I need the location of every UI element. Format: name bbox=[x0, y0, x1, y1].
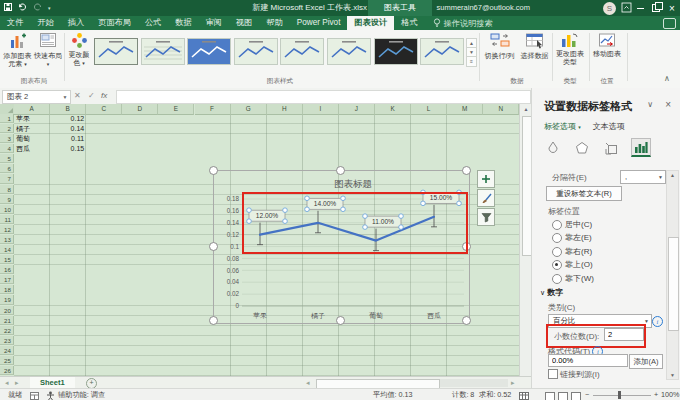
undo-icon[interactable] bbox=[18, 3, 27, 13]
select-data-button[interactable]: 选择数据 bbox=[518, 32, 551, 60]
chart-selection-handle-1[interactable] bbox=[209, 166, 218, 175]
chart-style-thumb-7[interactable] bbox=[374, 38, 418, 65]
accessibility-status[interactable]: 辅助功能: 调查 bbox=[58, 389, 105, 400]
tab-text-options[interactable]: 文本选项 bbox=[593, 121, 625, 132]
qat-customize-icon[interactable]: ▾ bbox=[48, 5, 51, 11]
row-header-13[interactable]: 13 bbox=[0, 235, 14, 244]
row-header-23[interactable]: 23 bbox=[0, 336, 14, 345]
zoom-out-button[interactable]: − bbox=[585, 389, 589, 400]
chart-style-thumb-5[interactable] bbox=[280, 38, 324, 65]
row-header-15[interactable]: 15 bbox=[0, 255, 14, 264]
view-shortcuts-icon[interactable] bbox=[519, 392, 529, 400]
chart-style-thumb-1[interactable] bbox=[94, 38, 138, 65]
chart-style-thumb-4[interactable] bbox=[234, 38, 278, 65]
chart-style-thumb-2[interactable] bbox=[141, 38, 185, 65]
page-break-view-button[interactable] bbox=[571, 392, 581, 400]
cell-B2[interactable]: 0.14 bbox=[50, 124, 84, 134]
scroll-up-icon[interactable]: ▲ bbox=[520, 104, 531, 114]
row-header-26[interactable]: 26 bbox=[0, 366, 14, 375]
cell-B4[interactable]: 0.15 bbox=[50, 144, 84, 154]
chart-style-thumb-3[interactable] bbox=[187, 38, 231, 65]
tab-审阅[interactable]: 审阅 bbox=[199, 16, 229, 30]
column-header-F[interactable]: F bbox=[195, 104, 231, 115]
row-header-3[interactable]: 3 bbox=[0, 134, 14, 143]
switch-row-column-button[interactable]: 切换行/列 bbox=[482, 32, 517, 60]
row-header-12[interactable]: 12 bbox=[0, 225, 14, 234]
row-header-17[interactable]: 17 bbox=[0, 275, 14, 284]
add-format-button[interactable]: 添加(A) bbox=[629, 354, 663, 369]
row-header-21[interactable]: 21 bbox=[0, 316, 14, 325]
tab-Power Pivot[interactable]: Power Pivot bbox=[290, 16, 348, 30]
tab-插入[interactable]: 插入 bbox=[61, 16, 91, 30]
pane-scroll-up-icon[interactable]: ▲ bbox=[667, 172, 678, 178]
tab-label-options[interactable]: 标签选项 ▾ bbox=[544, 121, 581, 132]
move-chart-button[interactable]: 移动图表 bbox=[591, 32, 623, 58]
row-header-4[interactable]: 4 bbox=[0, 144, 14, 153]
zoom-percent[interactable]: 100% bbox=[661, 389, 679, 400]
chart-selection-handle-4[interactable] bbox=[209, 242, 218, 251]
column-header-J[interactable]: J bbox=[339, 104, 375, 115]
pane-close-icon[interactable]: × bbox=[665, 99, 671, 110]
zoom-slider-thumb[interactable] bbox=[618, 391, 621, 399]
horizontal-scrollbar[interactable] bbox=[316, 379, 508, 387]
row-header-5[interactable]: 5 bbox=[0, 154, 14, 163]
cell-B1[interactable]: 0.12 bbox=[50, 114, 84, 124]
column-header-L[interactable]: L bbox=[411, 104, 447, 115]
zoom-slider[interactable] bbox=[593, 395, 651, 396]
reset-label-text-button[interactable]: 重设标签文本(R) bbox=[546, 186, 622, 201]
row-header-2[interactable]: 2 bbox=[0, 124, 14, 133]
link-to-source-checkbox[interactable] bbox=[548, 369, 558, 379]
cell-A1[interactable]: 苹果 bbox=[14, 114, 48, 124]
cancel-icon[interactable]: ✕ bbox=[74, 88, 81, 104]
tab-图表设计[interactable]: 图表设计 bbox=[347, 16, 394, 30]
row-header-20[interactable]: 20 bbox=[0, 306, 14, 315]
sheet-grid[interactable]: ABCDEFGHIJKLMN 1234567891011121314151617… bbox=[0, 104, 531, 376]
tab-开始[interactable]: 开始 bbox=[30, 16, 60, 30]
insert-function-icon[interactable]: fx bbox=[101, 88, 107, 104]
zoom-in-button[interactable]: + bbox=[654, 389, 658, 400]
collapse-ribbon-icon[interactable]: ∧ bbox=[664, 74, 670, 83]
cell-A4[interactable]: 西瓜 bbox=[14, 144, 48, 154]
close-button[interactable]: × bbox=[664, 0, 680, 16]
row-header-11[interactable]: 11 bbox=[0, 215, 14, 224]
normal-view-button[interactable] bbox=[545, 392, 555, 400]
chart-selection-handle-6[interactable] bbox=[209, 316, 218, 325]
enter-icon[interactable]: ✓ bbox=[88, 88, 95, 104]
chart-style-thumb-8[interactable] bbox=[420, 38, 464, 65]
tab-数据[interactable]: 数据 bbox=[168, 16, 198, 30]
change-colors-button[interactable]: 更改颜色 ▾ bbox=[66, 32, 92, 67]
radio-靠右(R)[interactable] bbox=[552, 247, 562, 257]
row-header-14[interactable]: 14 bbox=[0, 245, 14, 254]
column-header-C[interactable]: C bbox=[86, 104, 122, 115]
radio-靠左(E)[interactable] bbox=[552, 233, 562, 243]
pane-scrollbar-thumb[interactable] bbox=[668, 237, 679, 331]
tab-帮助[interactable]: 帮助 bbox=[259, 16, 289, 30]
row-header-16[interactable]: 16 bbox=[0, 265, 14, 274]
size-properties-icon[interactable] bbox=[602, 140, 620, 156]
fill-line-icon[interactable] bbox=[544, 140, 562, 156]
row-header-22[interactable]: 22 bbox=[0, 326, 14, 335]
column-header-H[interactable]: H bbox=[267, 104, 303, 115]
pane-scroll-down-icon[interactable]: ▼ bbox=[667, 372, 678, 378]
column-header-K[interactable]: K bbox=[375, 104, 411, 115]
row-header-10[interactable]: 10 bbox=[0, 205, 14, 214]
separator-dropdown[interactable]: ,▼ bbox=[620, 170, 666, 184]
cell-B3[interactable]: 0.11 bbox=[50, 134, 84, 144]
gallery-more[interactable]: ≡ bbox=[466, 56, 477, 67]
save-icon[interactable] bbox=[4, 3, 12, 13]
change-chart-type-button[interactable]: 更改图表类型 bbox=[554, 32, 586, 65]
cell-A2[interactable]: 橘子 bbox=[14, 124, 48, 134]
number-section-header[interactable]: ∨ 数字 bbox=[540, 287, 563, 298]
tab-格式[interactable]: 格式 bbox=[394, 16, 424, 30]
format-code-input[interactable] bbox=[548, 354, 628, 367]
radio-靠上(O)[interactable] bbox=[552, 260, 562, 270]
comment-icon[interactable] bbox=[663, 18, 676, 29]
tab-公式[interactable]: 公式 bbox=[138, 16, 168, 30]
page-layout-view-button[interactable] bbox=[558, 392, 568, 400]
column-header-G[interactable]: G bbox=[231, 104, 267, 115]
quick-layout-button[interactable]: 快速布局▾ bbox=[34, 32, 62, 68]
cell-A3[interactable]: 葡萄 bbox=[14, 134, 48, 144]
pane-chevron-icon[interactable]: ∨ bbox=[647, 100, 653, 109]
chart-selection-handle-3[interactable] bbox=[462, 166, 471, 175]
macro-record-icon[interactable] bbox=[30, 392, 39, 400]
